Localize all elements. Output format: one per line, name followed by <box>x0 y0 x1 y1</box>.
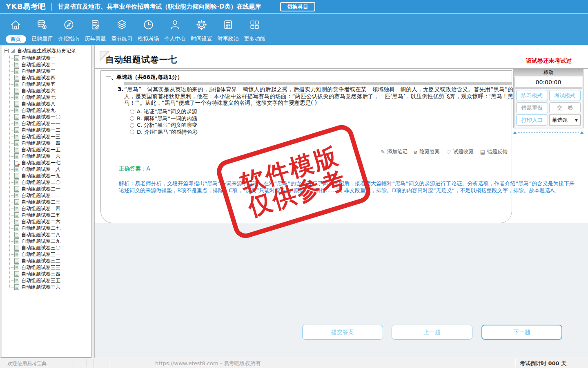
answer-option[interactable]: B. 阐释“黑马”一词的内涵 <box>130 115 198 122</box>
tree-item-exam-paper[interactable]: 自动组题试卷四 <box>8 74 91 81</box>
slider-right-arrow-icon[interactable] <box>580 131 584 134</box>
option-label: C. 分析“黑马”词义的演变 <box>137 121 197 129</box>
radio-button-icon[interactable] <box>130 116 134 121</box>
switch-subject-button[interactable]: 切换科目 <box>280 2 315 11</box>
radio-button-icon[interactable] <box>130 130 134 134</box>
tree-item-label: 自动组题试卷二九 <box>21 238 60 245</box>
tree-item-exam-paper[interactable]: 自动组题试卷六 <box>8 88 91 94</box>
tree-item-exam-paper[interactable]: 自动组题试卷三三 <box>8 264 91 271</box>
section-header: 一、单选题（共88题,每题1分） <box>106 74 183 81</box>
analysis-text: 解析：易老师分析，文段开篇即指出“黑马”一词来源于英语，在对“黑马”的含义进行了… <box>119 180 575 194</box>
tree-item-exam-paper[interactable]: 自动组题试卷一七 <box>8 159 91 166</box>
tree-item-exam-paper[interactable]: 自动组题试卷一六 <box>8 153 91 159</box>
tree-item-exam-paper[interactable]: 自动组题试卷九 <box>8 107 91 114</box>
tree-item-exam-paper[interactable]: 自动组题试卷一九 <box>8 173 91 179</box>
tree-root-history[interactable]: − 自动组题生成试卷历史记录 <box>4 47 91 54</box>
toolbar-item-more-functions[interactable]: 更多功能 <box>241 14 268 43</box>
tree-item-exam-paper[interactable]: 自动组题试卷五 <box>8 81 91 88</box>
toolbar-item-intro-guide[interactable]: 介绍指南 <box>56 14 82 43</box>
tree-item-exam-paper[interactable]: 自动组题试卷一三 <box>8 133 91 140</box>
tree-item-label: 自动组题试卷九 <box>21 107 56 114</box>
tree-item-label: 自动组题试卷一二 <box>21 127 60 134</box>
question-type-value: 单选题 <box>552 117 568 124</box>
answer-option[interactable]: C. 分析“黑马”词义的演变 <box>130 122 198 129</box>
toolbar-item-personal-center[interactable]: 个人中心 <box>162 14 188 43</box>
tree-item-exam-paper[interactable]: 自动组题试卷三 <box>8 68 91 74</box>
tree-item-exam-paper[interactable]: 自动组题试卷三五 <box>8 277 91 284</box>
tree-item-exam-paper[interactable]: 自动组题试卷八 <box>8 101 91 107</box>
question-type-dropdown[interactable]: 单选题 ▼ <box>549 114 581 126</box>
slider-track[interactable] <box>518 132 579 133</box>
tree-item-exam-paper[interactable]: 自动组题试卷一八 <box>8 166 91 173</box>
tree-item-exam-paper[interactable]: 自动组题试卷三一 <box>8 251 91 258</box>
sidebar-splitter[interactable] <box>91 45 95 358</box>
tree-item-exam-paper[interactable]: 自动组题试卷一五 <box>8 146 91 153</box>
document-icon <box>14 265 19 270</box>
practice-mode-button[interactable]: 练习模式 <box>516 90 548 101</box>
radio-button-icon[interactable] <box>130 123 134 128</box>
tree-item-exam-paper[interactable]: 自动组题试卷二二 <box>8 192 91 199</box>
document-icon <box>14 160 19 166</box>
tree-item-exam-paper[interactable]: 自动组题试卷三〇 <box>8 245 91 251</box>
tree-item-exam-paper[interactable]: 自动组题试卷二九 <box>8 238 91 245</box>
tree-item-exam-paper[interactable]: 自动组题试卷三六 <box>8 284 91 290</box>
option-label: B. 阐释“黑马”一词的内涵 <box>137 115 197 122</box>
question-action-link[interactable]: ▤ 错题反馈 <box>480 148 508 155</box>
tree-item-label: 自动组题试卷六 <box>21 88 56 94</box>
tree-item-exam-paper[interactable]: 自动组题试卷二六 <box>8 218 91 225</box>
answer-option[interactable]: D. 介绍“黑马”的感情色彩 <box>130 129 198 136</box>
document-icon <box>14 108 19 113</box>
question-action-link[interactable]: ø 隐藏答案 <box>414 148 440 155</box>
tree-item-exam-paper[interactable]: 自动组题试卷一 <box>8 55 91 61</box>
tree-item-exam-paper[interactable]: 自动组题试卷二一 <box>8 186 91 192</box>
tree-item-label: 自动组题试卷八 <box>21 101 56 108</box>
radio-button-icon[interactable] <box>130 110 134 114</box>
tree-item-exam-paper[interactable]: 自动组题试卷二〇 <box>8 179 91 186</box>
statusbar-separator <box>73 359 74 367</box>
slider-left-arrow-icon[interactable] <box>513 131 517 134</box>
redo-wrong-button[interactable]: 错题重做 <box>516 102 548 113</box>
tree-item-exam-paper[interactable]: 自动组题试卷七 <box>8 94 91 101</box>
toolbar-item-purchased-banks[interactable]: 已购题库 <box>29 14 56 43</box>
next-question-button[interactable]: 下一题 <box>481 325 562 340</box>
question-action-link[interactable]: ♡ 试题收藏 <box>446 148 474 155</box>
tree-item-exam-paper[interactable]: 自动组题试卷二三 <box>8 199 91 205</box>
previous-question-button[interactable]: 上一题 <box>392 325 472 340</box>
toolbar-item-home[interactable]: 首页 <box>2 14 29 43</box>
panel-drag-handle[interactable]: 移动 <box>514 69 583 76</box>
tree-item-exam-paper[interactable]: 自动组题试卷三四 <box>8 271 91 277</box>
panel-slider[interactable] <box>513 130 584 135</box>
tree-item-exam-paper[interactable]: 自动组题试卷二七 <box>8 225 91 231</box>
main-toolbar: 首页 已购题库 介绍指南 历年真题 章节练习 模拟考场 个人中心 时间设置 <box>0 14 588 45</box>
tree-item-exam-paper[interactable]: 自动组题试卷一四 <box>8 140 91 146</box>
toolbar-item-time-settings[interactable]: 时间设置 <box>188 14 215 43</box>
submit-answer-button[interactable]: 提交答案 <box>302 325 383 340</box>
tree-item-exam-paper[interactable]: 自动组题试卷二八 <box>8 231 91 238</box>
tree-item-exam-paper[interactable]: 自动组题试卷二 <box>8 61 91 68</box>
toolbar-item-past-papers[interactable]: 历年真题 <box>82 14 109 43</box>
tree-item-exam-paper[interactable]: 自动组题试卷一二 <box>8 127 91 133</box>
tree-item-label: 自动组题试卷三〇 <box>21 245 60 251</box>
toolbar-item-chapter-practice[interactable]: 章节练习 <box>109 14 135 43</box>
tree-item-exam-paper[interactable]: 自动组题试卷二四 <box>8 205 91 212</box>
tree-item-exam-paper[interactable]: 自动组题试卷二五 <box>8 212 91 218</box>
tree-collapse-icon[interactable]: − <box>4 49 9 53</box>
tree-item-label: 自动组题试卷二六 <box>21 218 60 225</box>
tree-item-exam-paper[interactable]: 自动组题试卷一一 <box>8 120 91 127</box>
tree-item-exam-paper[interactable]: 自动组题试卷三二 <box>8 258 91 264</box>
question-action-link[interactable]: ✎ 添加笔记 <box>381 148 408 155</box>
toolbar-label: 介绍指南 <box>58 35 80 43</box>
exam-mode-button[interactable]: 考试模式 <box>549 90 581 101</box>
home-icon <box>9 18 22 33</box>
toolbar-item-mock-exam[interactable]: 模拟考场 <box>135 14 162 43</box>
answer-option[interactable]: A. 论证“黑马”词义的起源 <box>130 108 198 115</box>
toolbar-label: 更多功能 <box>244 35 265 43</box>
toolbar-label: 首页 <box>6 35 26 43</box>
print-entry-button[interactable]: 打印入口 <box>516 114 548 126</box>
toolbar-label: 模拟考场 <box>138 35 159 43</box>
hand-in-button[interactable]: 交 卷 <box>549 102 581 113</box>
document-icon <box>14 173 19 179</box>
horizontal-scrollbar[interactable] <box>124 82 512 85</box>
toolbar-item-current-affairs[interactable]: 时事政治 <box>215 14 241 43</box>
tree-item-exam-paper[interactable]: 自动组题试卷一〇 <box>8 114 91 120</box>
